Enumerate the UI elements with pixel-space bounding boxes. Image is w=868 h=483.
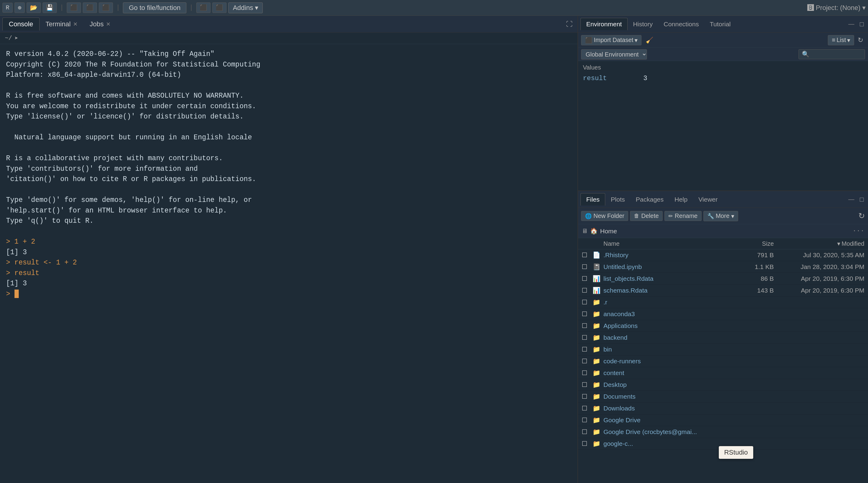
file-checkbox-15[interactable]: ☐	[582, 417, 593, 424]
tab-history[interactable]: History	[628, 18, 658, 30]
file-name-schemas: schemas.Rdata	[603, 287, 738, 294]
file-checkbox-6[interactable]: ☐	[582, 310, 593, 318]
file-row-downloads[interactable]: ☐ 📁 Downloads	[578, 403, 868, 415]
files-maximize-btn[interactable]: □	[858, 194, 866, 205]
files-minimize-btn[interactable]: —	[846, 195, 856, 204]
save-file-btn[interactable]: 💾	[42, 2, 57, 13]
file-checkbox-13[interactable]: ☐	[582, 393, 593, 400]
file-row-documents[interactable]: ☐ 📁 Documents	[578, 391, 868, 403]
file-row-schemas[interactable]: ☐ 📊 schemas.Rdata 143 B Apr 20, 2019, 6:…	[578, 285, 868, 296]
console-line-2: Copyright (C) 2020 The R Foundation for …	[6, 60, 571, 70]
file-row-anaconda[interactable]: ☐ 📁 anaconda3	[578, 308, 868, 320]
goto-file-function-btn[interactable]: Go to file/function	[123, 2, 186, 13]
global-env-bar: Global Environment	[578, 48, 868, 61]
tab-tutorial[interactable]: Tutorial	[704, 18, 736, 30]
file-checkbox-12[interactable]: ☐	[582, 381, 593, 389]
file-type-icon-schemas: 📊	[593, 287, 603, 294]
file-checkbox-16[interactable]: ☐	[582, 428, 593, 435]
file-checkbox-5[interactable]: ☐	[582, 299, 593, 306]
rename-icon: ✏	[669, 213, 673, 220]
file-row-google-drive-2[interactable]: ☐ 📁 Google Drive (crocbytes@gmai...	[578, 426, 868, 438]
file-checkbox-8[interactable]: ☐	[582, 334, 593, 341]
file-row-rhistory[interactable]: ☐ 📄 .Rhistory 791 B Jul 30, 2020, 5:35 A…	[578, 249, 868, 261]
delete-btn[interactable]: 🗑 Delete	[630, 211, 663, 221]
console-maximize-btn[interactable]: ⛶	[564, 19, 575, 29]
more-btn[interactable]: 🔧 More ▾	[704, 211, 738, 221]
file-row-content[interactable]: ☐ 📁 content	[578, 367, 868, 379]
console-line-11: Type 'demo()' for some demos, 'help()' f…	[6, 195, 571, 205]
console-line-7: Natural language support but running in …	[6, 133, 571, 143]
new-folder-btn[interactable]: 🌐 New Folder	[581, 211, 628, 221]
file-checkbox-7[interactable]: ☐	[582, 322, 593, 330]
tab-plots[interactable]: Plots	[605, 194, 630, 205]
toolbar-icon-5[interactable]: ⬛	[212, 2, 226, 13]
env-minimize-btn[interactable]: —	[846, 19, 856, 29]
file-checkbox-2[interactable]: ☐	[582, 263, 593, 271]
file-row-applications[interactable]: ☐ 📁 Applications	[578, 320, 868, 332]
file-row-r[interactable]: ☐ 📁 .r	[578, 296, 868, 308]
file-row-google-drive[interactable]: ☐ 📁 Google Drive	[578, 415, 868, 426]
file-row-listobj[interactable]: ☐ 📊 list_objects.Rdata 86 B Apr 20, 2019…	[578, 273, 868, 285]
file-row-ipynb[interactable]: ☐ 📓 Untitled.ipynb 1.1 KB Jan 28, 2020, …	[578, 261, 868, 273]
tab-jobs[interactable]: Jobs ✕	[84, 18, 117, 31]
file-name-rhistory: .Rhistory	[603, 252, 738, 259]
terminal-close-btn[interactable]: ✕	[73, 21, 78, 28]
top-toolbar: R ⊕ 📂 💾 | ⬛ ⬛ ⬛ | Go to file/function | …	[0, 0, 868, 16]
tab-files[interactable]: Files	[581, 193, 605, 205]
file-checkbox-9[interactable]: ☐	[582, 346, 593, 353]
file-checkbox-11[interactable]: ☐	[582, 369, 593, 377]
file-row-backend[interactable]: ☐ 📁 backend	[578, 332, 868, 344]
global-env-select[interactable]: Global Environment	[581, 49, 647, 60]
file-size-schemas: 143 B	[738, 287, 780, 294]
env-maximize-btn[interactable]: □	[858, 19, 866, 29]
tab-connections[interactable]: Connections	[658, 18, 704, 30]
addins-btn[interactable]: Addins ▾	[228, 2, 263, 13]
toolbar-icon-3-shape: ⬛	[102, 4, 110, 11]
import-dataset-btn[interactable]: ⬛ Import Dataset ▾	[581, 35, 642, 45]
tab-console[interactable]: Console	[2, 18, 39, 31]
file-row-bin[interactable]: ☐ 📁 bin	[578, 344, 868, 356]
file-checkbox-17[interactable]: ☐	[582, 440, 593, 447]
console-line-blank-4	[6, 185, 571, 195]
env-refresh-btn[interactable]: ↻	[856, 35, 865, 45]
save-file-icon: 💾	[46, 4, 54, 11]
file-checkbox-14[interactable]: ☐	[582, 405, 593, 412]
file-type-icon-ipynb: 📓	[593, 263, 603, 271]
file-name-bin: bin	[603, 346, 738, 353]
file-row-code-runners[interactable]: ☐ 📁 code-runners	[578, 356, 868, 367]
console-prompt-empty: >	[6, 289, 571, 300]
file-type-icon-rhistory: 📄	[593, 252, 603, 259]
broom-btn[interactable]: 🧹	[644, 35, 655, 45]
home-icon: 🏠	[590, 227, 598, 235]
file-modified-rhistory: Jul 30, 2020, 5:35 AM	[780, 252, 864, 259]
file-checkbox-3[interactable]: ☐	[582, 275, 593, 282]
file-row-desktop[interactable]: ☐ 📁 Desktop	[578, 379, 868, 391]
file-checkbox[interactable]: ☐	[582, 252, 593, 259]
file-checkbox-4[interactable]: ☐	[582, 287, 593, 294]
toolbar-icon-4[interactable]: ⬛	[196, 2, 211, 13]
new-file-icon: ⊕	[18, 4, 22, 11]
list-view-btn[interactable]: ≡ List ▾	[828, 35, 854, 45]
file-name-applications: Applications	[603, 322, 738, 330]
file-checkbox-10[interactable]: ☐	[582, 358, 593, 365]
project-label[interactable]: 🅱 Project: (None) ▾	[807, 4, 866, 12]
open-file-btn[interactable]: 📂	[27, 2, 41, 13]
rename-btn[interactable]: ✏ Rename	[664, 211, 702, 221]
tab-help[interactable]: Help	[669, 194, 693, 205]
r-icon-btn[interactable]: R	[2, 3, 13, 13]
files-refresh-btn[interactable]: ↻	[858, 211, 865, 221]
toolbar-icon-1[interactable]: ⬛	[67, 2, 81, 13]
tab-environment[interactable]: Environment	[581, 18, 628, 30]
tab-viewer[interactable]: Viewer	[693, 194, 723, 205]
tab-terminal[interactable]: Terminal ✕	[39, 18, 84, 31]
tab-packages[interactable]: Packages	[630, 194, 669, 205]
toolbar-icon-3[interactable]: ⬛	[99, 2, 113, 13]
console-output[interactable]: R version 4.0.2 (2020-06-22) -- "Taking …	[0, 44, 578, 483]
toolbar-icon-2[interactable]: ⬛	[83, 2, 97, 13]
home-bar: 🖥 🏠 Home ···	[578, 224, 868, 238]
env-search-input[interactable]	[799, 49, 865, 59]
jobs-close-btn[interactable]: ✕	[106, 21, 111, 28]
breadcrumb-dots[interactable]: ···	[852, 227, 864, 235]
left-panel: Console Terminal ✕ Jobs ✕ ⛶ ~/ ➤ R versi…	[0, 16, 578, 483]
new-file-btn[interactable]: ⊕	[14, 2, 25, 13]
